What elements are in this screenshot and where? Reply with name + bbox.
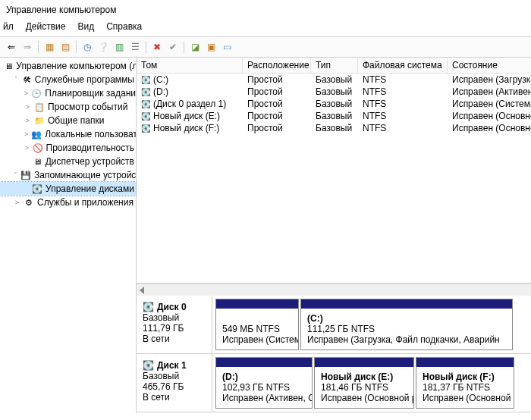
expand-icon[interactable]: > — [24, 117, 31, 124]
volume-type: Базовый — [311, 122, 358, 134]
partition-status: Исправен (Активен, Осн — [222, 393, 306, 403]
help-icon[interactable]: ❔ — [96, 40, 110, 54]
volume-layout: Простой — [243, 86, 311, 98]
tree-root[interactable]: 🖥 Управление компьютером (ло — [0, 59, 136, 73]
check-icon[interactable]: ✔ — [166, 40, 180, 54]
disk-graphic[interactable]: 💽Диск 0Базовый111,79 ГБВ сети 549 МБ NTF… — [137, 296, 531, 412]
volume-status: Исправен (Основной раздел) — [448, 122, 531, 134]
expand-icon[interactable]: ˅ — [14, 171, 17, 179]
partition-bar — [216, 299, 298, 309]
volume-row[interactable]: 💽(D:)ПростойБазовыйNTFSИсправен (Активен… — [137, 86, 531, 98]
menu-help[interactable]: Справка — [106, 21, 142, 32]
toolbar-icon-1[interactable]: ▦ — [42, 40, 56, 54]
tree-item-6[interactable]: 🖥Диспетчер устройств — [0, 155, 136, 168]
disk-name: Диск 0 — [157, 302, 187, 312]
tree-item-8[interactable]: 💽Управление дисками — [0, 182, 136, 196]
tree-item-4[interactable]: >👥Локальные пользовате — [0, 127, 136, 141]
tree-item-2[interactable]: >📋Просмотр событий — [0, 100, 136, 114]
partition[interactable]: Новый диск (E:)181,46 ГБ NTFSИсправен (О… — [314, 357, 414, 409]
partition[interactable]: (D:)102,93 ГБ NTFSИсправен (Активен, Осн — [215, 357, 313, 409]
col-volume[interactable]: Том — [137, 58, 243, 73]
tree-item-icon: 💽 — [32, 183, 42, 194]
menu-view[interactable]: Вид — [77, 21, 94, 32]
tree-item-1[interactable]: >🕒Планировщик заданий — [0, 86, 136, 100]
volume-fs: NTFS — [358, 98, 448, 110]
tree-item-label: Управление дисками — [46, 183, 134, 194]
horizontal-scrollbar[interactable] — [137, 284, 531, 296]
disk-state: В сети — [143, 392, 206, 403]
volume-row[interactable]: 💽Новый диск (E:)ПростойБазовыйNTFSИсправ… — [137, 110, 531, 122]
menu-file[interactable]: йл — [3, 21, 14, 32]
expand-icon[interactable]: > — [24, 103, 31, 111]
volume-row[interactable]: 💽(Диск 0 раздел 1)ПростойБазовыйNTFSИспр… — [137, 98, 531, 110]
nav-tree[interactable]: 🖥 Управление компьютером (ло ˅🛠Служебные… — [0, 58, 137, 412]
tree-item-0[interactable]: ˅🛠Служебные программы — [0, 73, 136, 86]
tree-item-label: Локальные пользовате — [45, 129, 136, 139]
drive-icon: 💽 — [141, 124, 150, 133]
disk-type: Базовый — [143, 371, 206, 381]
volume-fs: NTFS — [358, 110, 448, 122]
volume-type: Базовый — [311, 110, 358, 122]
disk-row[interactable]: 💽Диск 0Базовый111,79 ГБВ сети 549 МБ NTF… — [137, 296, 531, 354]
volume-status: Исправен (Основной раздел) — [448, 110, 531, 122]
volume-fs: NTFS — [358, 74, 448, 86]
toolbar-icon-4[interactable]: ▣ — [204, 40, 218, 54]
tree-item-label: Просмотр событий — [48, 102, 127, 112]
volume-fs: NTFS — [358, 122, 448, 134]
col-type[interactable]: Тип — [311, 58, 358, 73]
partitions-container: (D:)102,93 ГБ NTFSИсправен (Активен, Осн… — [212, 354, 531, 412]
volume-fs: NTFS — [358, 86, 448, 98]
expand-icon[interactable]: > — [24, 130, 28, 138]
disk-label[interactable]: 💽Диск 0Базовый111,79 ГБВ сети — [137, 296, 212, 353]
partition-name: (D:) — [222, 371, 306, 382]
volume-row[interactable]: 💽(C:)ПростойБазовыйNTFSИсправен (Загрузк… — [137, 74, 531, 86]
volume-name: (C:) — [153, 74, 168, 85]
partition[interactable]: (C:)111,25 ГБ NTFSИсправен (Загрузка, Фа… — [300, 299, 513, 350]
disk-row[interactable]: 💽Диск 1Базовый465,76 ГБВ сети(D:)102,93 … — [137, 354, 531, 412]
menu-action[interactable]: Действие — [26, 21, 66, 32]
tree-item-3[interactable]: >📁Общие папки — [0, 114, 136, 127]
tree-item-icon: 💾 — [20, 170, 31, 180]
volume-list[interactable]: Том Расположение Тип Файловая система Со… — [137, 58, 531, 134]
partition[interactable]: Новый диск (F:)181,37 ГБ NTFSИсправен (О… — [416, 357, 514, 409]
volume-name: Новый диск (F:) — [153, 123, 219, 133]
toolbar: ⇐ ⇒ ▦ ▤ ◷ ❔ ▥ ☰ ✖ ✔ ◪ ▣ ▭ — [0, 37, 531, 58]
forward-icon[interactable]: ⇒ — [20, 40, 34, 54]
volume-status: Исправен (Активен, Основной разде — [448, 86, 531, 98]
toolbar-icon-3[interactable]: ◪ — [188, 40, 202, 54]
volume-name: (Диск 0 раздел 1) — [153, 99, 226, 109]
expand-icon[interactable]: ˅ — [14, 76, 20, 83]
volume-row[interactable]: 💽Новый диск (F:)ПростойБазовыйNTFSИсправ… — [137, 122, 531, 134]
expand-icon[interactable]: > — [24, 144, 30, 152]
expand-icon[interactable]: > — [14, 199, 20, 206]
menu-bar: йл Действие Вид Справка — [0, 18, 531, 37]
settings-icon[interactable]: ☰ — [128, 40, 142, 54]
refresh-icon[interactable]: ◷ — [80, 40, 94, 54]
partition[interactable]: 549 МБ NTFSИсправен (Система, Акт — [215, 299, 299, 350]
delete-icon[interactable]: ✖ — [150, 40, 164, 54]
col-layout[interactable]: Расположение — [243, 58, 311, 73]
partition-info: 181,37 ГБ NTFS — [423, 382, 507, 393]
back-icon[interactable]: ⇐ — [5, 40, 18, 54]
properties-icon[interactable]: ▥ — [112, 40, 126, 54]
tree-item-label: Службы и приложения — [37, 197, 134, 208]
tree-root-label: Управление компьютером (ло — [16, 61, 136, 71]
col-status[interactable]: Состояние — [448, 58, 531, 73]
col-filesystem[interactable]: Файловая система — [358, 58, 448, 73]
volume-status: Исправен (Загрузка, Файл подкачки, — [448, 74, 531, 86]
tree-item-7[interactable]: ˅💾Запоминающие устройс — [0, 168, 136, 182]
computer-icon: 🖥 — [3, 61, 14, 71]
tree-item-label: Общие папки — [48, 115, 104, 126]
volume-layout: Простой — [243, 98, 311, 110]
partition-status: Исправен (Система, Акт — [222, 334, 292, 345]
toolbar-icon-2[interactable]: ▤ — [58, 40, 72, 54]
expand-icon[interactable]: > — [24, 89, 28, 97]
tree-item-5[interactable]: >🚫Производительность — [0, 141, 136, 155]
disk-state: В сети — [143, 334, 206, 344]
tree-item-9[interactable]: >⚙Службы и приложения — [0, 196, 136, 209]
disk-label[interactable]: 💽Диск 1Базовый465,76 ГБВ сети — [137, 354, 212, 412]
tree-item-label: Служебные программы — [35, 74, 134, 85]
partitions-container: 549 МБ NTFSИсправен (Система, Акт(C:)111… — [212, 296, 531, 353]
toolbar-icon-5[interactable]: ▭ — [220, 40, 234, 54]
drive-icon: 💽 — [141, 112, 150, 121]
